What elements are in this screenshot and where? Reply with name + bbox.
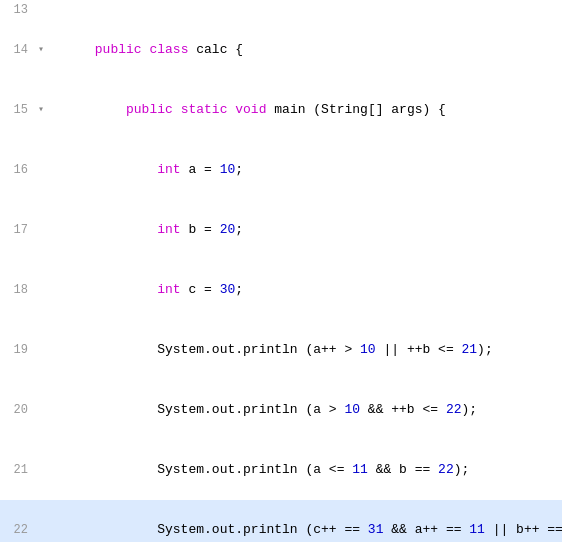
code-line-21: 21 System.out.println (a <= 11 && b == 2… — [0, 440, 562, 500]
line-number: 20 — [0, 400, 38, 420]
code-content: public static void main (String[] args) … — [48, 80, 562, 140]
code-line-18: 18 int c = 30; — [0, 260, 562, 320]
line-number: 19 — [0, 340, 38, 360]
line-number: 17 — [0, 220, 38, 240]
code-content: System.out.println (a <= 11 && b == 22); — [48, 440, 562, 500]
code-line-14: 14 ▾ public class calc { — [0, 20, 562, 80]
code-line-19: 19 System.out.println (a++ > 10 || ++b <… — [0, 320, 562, 380]
code-line-20: 20 System.out.println (a > 10 && ++b <= … — [0, 380, 562, 440]
code-line-17: 17 int b = 20; — [0, 200, 562, 260]
arrow-icon: ▾ — [38, 100, 48, 120]
code-line-16: 16 int a = 10; — [0, 140, 562, 200]
code-content: System.out.println (a++ > 10 || ++b <= 2… — [48, 320, 562, 380]
line-number: 15 — [0, 100, 38, 120]
line-number: 21 — [0, 460, 38, 480]
line-number: 18 — [0, 280, 38, 300]
code-line-22: 22 System.out.println (c++ == 31 && a++ … — [0, 500, 562, 542]
arrow-icon: ▾ — [38, 40, 48, 60]
code-content: int a = 10; — [48, 140, 562, 200]
code-content: int c = 30; — [48, 260, 562, 320]
code-editor: 13 14 ▾ public class calc { 15 ▾ public … — [0, 0, 562, 542]
code-content: System.out.println (a > 10 && ++b <= 22)… — [48, 380, 562, 440]
code-content: System.out.println (c++ == 31 && a++ == … — [48, 500, 562, 542]
line-number: 13 — [0, 0, 38, 20]
code-line-13: 13 — [0, 0, 562, 20]
code-content[interactable]: public class calc { — [48, 20, 562, 80]
line-number: 14 — [0, 40, 38, 60]
line-number: 16 — [0, 160, 38, 180]
line-number: 22 — [0, 520, 38, 540]
code-line-15: 15 ▾ public static void main (String[] a… — [0, 80, 562, 140]
code-content: int b = 20; — [48, 200, 562, 260]
